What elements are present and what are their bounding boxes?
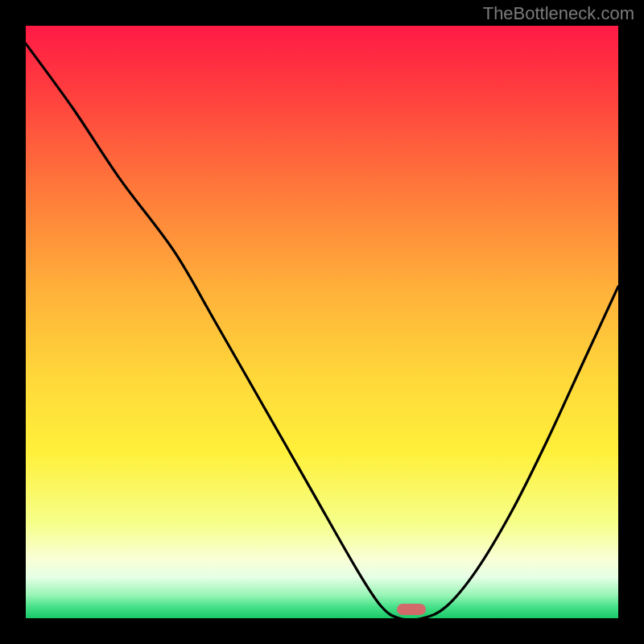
optimal-marker: [397, 604, 426, 615]
chart-frame: TheBottleneck.com: [0, 0, 644, 644]
curve-path: [26, 43, 618, 618]
plot-area: [26, 26, 618, 618]
watermark-text: TheBottleneck.com: [483, 3, 634, 24]
bottleneck-curve: [26, 26, 618, 618]
